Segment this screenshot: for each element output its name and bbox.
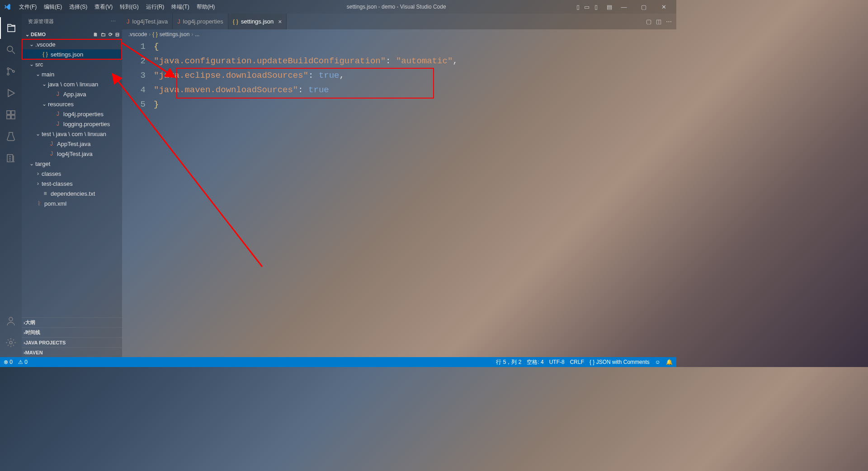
layout-sidebar-right-icon[interactable]: ▯ <box>592 3 599 10</box>
menu-edit[interactable]: 编辑(E) <box>40 3 66 11</box>
file-log4jtest-java[interactable]: Jlog4jTest.java <box>22 149 122 159</box>
status-eol[interactable]: CRLF <box>570 359 584 365</box>
editor-tabs: Jlog4jTest.java Jlog4j.properties { }set… <box>122 14 676 29</box>
svg-rect-7 <box>11 115 15 119</box>
svg-rect-6 <box>7 115 10 119</box>
status-indent[interactable]: 空格: 4 <box>527 358 543 366</box>
menu-run[interactable]: 运行(R) <box>142 3 168 11</box>
split-editor-icon[interactable]: ◫ <box>656 18 661 25</box>
activity-account-icon[interactable] <box>0 310 22 332</box>
file-log4j-properties[interactable]: Jlog4j.properties <box>22 109 122 119</box>
folder-java-com-linxuan[interactable]: ⌄java \ com \ linxuan <box>22 79 122 89</box>
svg-rect-4 <box>7 111 10 114</box>
sidebar: 资源管理器 ⋯ ⌄ DEMO 🗎 🗀 ⟳ ⊟ ⌄.vscode { }setti… <box>22 14 122 357</box>
svg-point-1 <box>7 68 9 70</box>
status-language[interactable]: { } JSON with Comments <box>590 359 650 365</box>
chevron-down-icon: ⌄ <box>24 32 31 38</box>
svg-point-10 <box>9 341 12 344</box>
tab-settings-json[interactable]: { }settings.json× <box>228 14 287 29</box>
svg-point-0 <box>7 46 13 52</box>
window-minimize-button[interactable]: — <box>615 0 633 14</box>
folder-target[interactable]: ⌄target <box>22 159 122 169</box>
tab-log4j-properties[interactable]: Jlog4j.properties <box>173 14 228 29</box>
file-apptest-java[interactable]: JAppTest.java <box>22 139 122 149</box>
status-encoding[interactable]: UTF-8 <box>549 359 565 365</box>
file-app-java[interactable]: JApp.java <box>22 89 122 99</box>
folder-resources[interactable]: ⌄resources <box>22 99 122 109</box>
window-title: settings.json - demo - Visual Studio Cod… <box>218 4 574 10</box>
window-maximize-button[interactable]: ▢ <box>635 0 653 14</box>
close-icon[interactable]: × <box>278 18 282 25</box>
menu-file[interactable]: 文件(F) <box>15 3 40 11</box>
root-folder-label: DEMO <box>31 32 46 37</box>
folder-test-java-com-linxuan[interactable]: ⌄test \ java \ com \ linxuan <box>22 129 122 139</box>
collapse-all-icon[interactable]: ⊟ <box>115 32 119 38</box>
panel-outline[interactable]: ›大纲 <box>22 317 122 327</box>
refresh-icon[interactable]: ⟳ <box>108 32 113 38</box>
file-tree: ⌄.vscode { }settings.json ⌄src ⌄main ⌄ja… <box>22 39 122 317</box>
activity-testing-icon[interactable] <box>0 126 22 147</box>
breadcrumb-item[interactable]: .vscode <box>128 31 147 38</box>
status-errors[interactable]: ⊗ 0 <box>4 359 13 365</box>
menu-selection[interactable]: 选择(S) <box>66 3 91 11</box>
layout-panel-icon[interactable]: ▭ <box>583 3 590 10</box>
folder-classes[interactable]: ›classes <box>22 169 122 179</box>
activity-manage-icon[interactable] <box>0 332 22 353</box>
menu-terminal[interactable]: 终端(T) <box>168 3 193 11</box>
sidebar-title: 资源管理器 ⋯ <box>22 14 122 29</box>
open-changes-icon[interactable]: ▢ <box>646 18 651 25</box>
breadcrumb-item[interactable]: ... <box>195 31 199 38</box>
activity-source-control-icon[interactable] <box>0 61 22 82</box>
status-notifications-icon[interactable]: 🔔 <box>666 359 673 365</box>
statusbar: ⊗ 0 ⚠ 0 行 5，列 2 空格: 4 UTF-8 CRLF { } JSO… <box>0 357 676 367</box>
folder-vscode[interactable]: ⌄.vscode <box>22 39 122 49</box>
menu-view[interactable]: 查看(V) <box>91 3 116 11</box>
more-icon[interactable]: ⋯ <box>111 19 116 24</box>
sidebar-title-label: 资源管理器 <box>28 18 54 25</box>
menu-help[interactable]: 帮助(H) <box>193 3 219 11</box>
file-settings-json[interactable]: { }settings.json <box>22 49 122 59</box>
menu-bar: 文件(F) 编辑(E) 选择(S) 查看(V) 转到(G) 运行(R) 终端(T… <box>15 3 218 11</box>
breadcrumb-item[interactable]: settings.json <box>160 31 190 38</box>
new-folder-icon[interactable]: 🗀 <box>101 32 106 38</box>
svg-point-9 <box>9 317 13 321</box>
activity-explorer-icon[interactable] <box>0 17 22 39</box>
panel-java-projects[interactable]: ›JAVA PROJECTS <box>22 337 122 347</box>
folder-test-classes[interactable]: ›test-classes <box>22 179 122 188</box>
folder-src[interactable]: ⌄src <box>22 59 122 69</box>
file-logging-properties[interactable]: Jlogging.properties <box>22 119 122 129</box>
activity-run-debug-icon[interactable] <box>0 82 22 104</box>
explorer-root-header[interactable]: ⌄ DEMO 🗎 🗀 ⟳ ⊟ <box>22 29 122 39</box>
tab-log4jtest-java[interactable]: Jlog4jTest.java <box>122 14 173 29</box>
panel-timeline[interactable]: ›时间线 <box>22 327 122 337</box>
editor-area: Jlog4jTest.java Jlog4j.properties { }set… <box>122 14 676 357</box>
file-pom-xml[interactable]: ᚱpom.xml <box>22 198 122 208</box>
status-feedback-icon[interactable]: ☺ <box>655 359 660 365</box>
activity-references-icon[interactable] <box>0 147 22 169</box>
layout-sidebar-left-icon[interactable]: ▯ <box>574 3 581 10</box>
tab-more-icon[interactable]: ⋯ <box>666 18 672 25</box>
main-area: 资源管理器 ⋯ ⌄ DEMO 🗎 🗀 ⟳ ⊟ ⌄.vscode { }setti… <box>0 14 676 357</box>
customize-layout-icon[interactable]: ▤ <box>606 3 613 10</box>
svg-rect-5 <box>11 111 15 114</box>
file-dependencies-txt[interactable]: ≡dependencies.txt <box>22 188 122 198</box>
new-file-icon[interactable]: 🗎 <box>93 32 98 38</box>
window-close-button[interactable]: ✕ <box>655 0 673 14</box>
titlebar: 文件(F) 编辑(E) 选择(S) 查看(V) 转到(G) 运行(R) 终端(T… <box>0 0 676 14</box>
vscode-logo-icon <box>4 3 11 10</box>
menu-go[interactable]: 转到(G) <box>116 3 142 11</box>
breadcrumb[interactable]: .vscode› { } settings.json› ... <box>122 29 676 39</box>
activity-search-icon[interactable] <box>0 39 22 61</box>
activity-extensions-icon[interactable] <box>0 104 22 126</box>
status-warnings[interactable]: ⚠ 0 <box>18 359 28 365</box>
status-cursor-pos[interactable]: 行 5，列 2 <box>496 358 521 366</box>
panel-maven[interactable]: ›MAVEN <box>22 347 122 357</box>
folder-main[interactable]: ⌄main <box>22 69 122 79</box>
activitybar <box>0 14 22 357</box>
code-editor[interactable]: 1{2 "java.configuration.updateBuildConfi… <box>122 39 676 357</box>
svg-point-2 <box>7 73 9 75</box>
